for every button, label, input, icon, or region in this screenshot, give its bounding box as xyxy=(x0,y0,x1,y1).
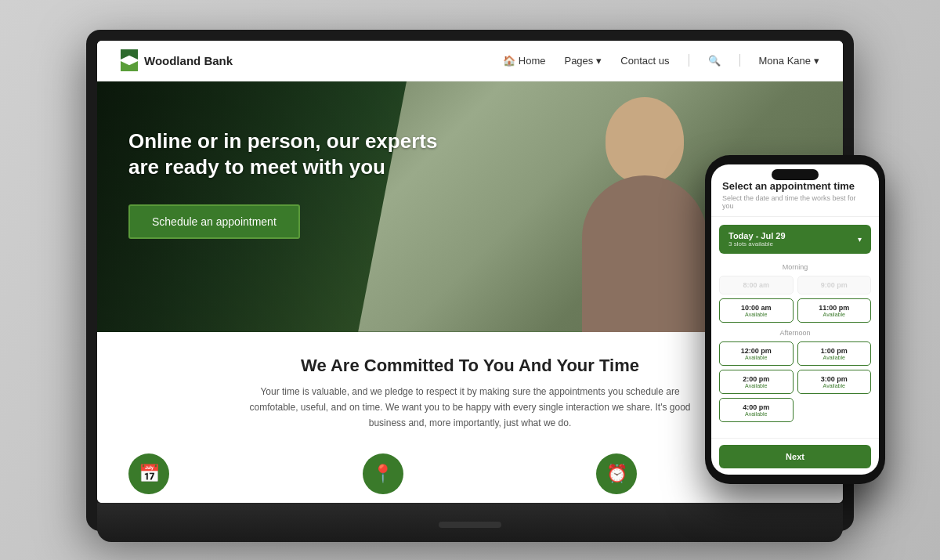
status-12pm: Available xyxy=(726,355,786,360)
time-slot-2pm[interactable]: 2:00 pm Available xyxy=(719,370,794,394)
chevron-down-icon: ▾ xyxy=(596,55,602,67)
nav-links: 🏠 Home Pages ▾ Contact us 🔍 xyxy=(503,54,819,67)
search-button[interactable]: 🔍 xyxy=(708,55,721,67)
branches-icon: 📍 xyxy=(363,453,403,494)
navigation: Woodland Bank 🏠 Home Pages ▾ Contact us xyxy=(97,41,843,81)
logo-icon xyxy=(121,49,138,71)
time-10am: 10:00 am xyxy=(726,304,786,312)
user-menu[interactable]: Mona Kane ▾ xyxy=(759,55,820,67)
feature-branches: 📍 Nearby Branches We make it easy to cho… xyxy=(363,453,578,503)
home-icon: 🏠 xyxy=(503,55,515,67)
time-slot-1pm[interactable]: 1:00 pm Available xyxy=(797,341,872,366)
time-slot-4pm[interactable]: 4:00 pm Available xyxy=(719,398,794,422)
phone-title: Select an appointment time xyxy=(722,180,868,192)
phone-screen: Select an appointment time Select the da… xyxy=(711,164,879,475)
nav-contact[interactable]: Contact us xyxy=(620,55,669,67)
scheduling-icon: 📅 xyxy=(128,453,169,494)
phone-subtitle: Select the date and time the works best … xyxy=(722,194,868,210)
section-text: Your time is valuable, and we pledge to … xyxy=(235,384,705,432)
nav-divider-2 xyxy=(739,54,740,67)
user-name: Mona Kane xyxy=(759,55,812,67)
feature-scheduling: 📅 Stress-Free Scheduling Our online sche… xyxy=(128,453,344,503)
reminders-icon: ⏰ xyxy=(596,453,637,494)
nav-home[interactable]: 🏠 Home xyxy=(503,55,546,67)
date-slots: 3 slots available xyxy=(728,240,786,247)
user-chevron-icon: ▾ xyxy=(814,55,819,67)
morning-label: Morning xyxy=(719,263,871,271)
status-11pm: Available xyxy=(804,312,865,317)
time-3pm: 3:00 pm xyxy=(804,375,865,383)
time-2pm: 2:00 pm xyxy=(726,375,786,383)
laptop-frame: Woodland Bank 🏠 Home Pages ▾ Contact us xyxy=(86,30,854,531)
date-chevron-icon: ▾ xyxy=(858,235,862,244)
date-selector[interactable]: Today - Jul 29 3 slots available ▾ xyxy=(719,225,871,254)
time-slot-12pm[interactable]: 12:00 pm Available xyxy=(719,341,794,366)
afternoon-label: Afternoon xyxy=(719,329,871,337)
date-label: Today - Jul 29 xyxy=(728,231,786,240)
status-2pm: Available xyxy=(726,383,786,388)
time-11pm: 11:00 pm xyxy=(804,304,865,312)
hero-person-image xyxy=(512,81,731,332)
laptop-notch xyxy=(439,522,501,528)
schedule-appointment-button[interactable]: Schedule an appointment xyxy=(128,204,300,239)
time-9pm: 9:00 pm xyxy=(804,281,865,289)
time-slot-8am[interactable]: 8:00 am xyxy=(719,276,794,294)
brand-logo[interactable]: Woodland Bank xyxy=(121,49,233,71)
time-12pm: 12:00 pm xyxy=(726,347,786,355)
time-1pm: 1:00 pm xyxy=(804,347,865,355)
search-icon: 🔍 xyxy=(708,55,721,67)
person-head xyxy=(606,97,684,183)
morning-time-grid: 8:00 am 9:00 pm 10:00 am Available 1 xyxy=(719,276,871,323)
brand-name: Woodland Bank xyxy=(144,54,233,67)
hero-title: Online or in person, our experts are rea… xyxy=(128,128,473,182)
nav-contact-label: Contact us xyxy=(620,55,669,67)
phone-notch xyxy=(772,169,819,180)
time-slot-10am[interactable]: 10:00 am Available xyxy=(719,298,794,323)
time-4pm: 4:00 pm xyxy=(726,403,786,411)
logo-top xyxy=(121,49,138,60)
time-slot-11pm[interactable]: 11:00 pm Available xyxy=(797,298,872,323)
phone-frame: Select an appointment time Select the da… xyxy=(705,155,885,484)
nav-home-label: Home xyxy=(519,55,546,67)
nav-pages-label: Pages xyxy=(564,55,593,67)
laptop-bottom xyxy=(97,503,843,542)
time-slot-9pm[interactable]: 9:00 pm xyxy=(797,276,872,294)
phone-body: Today - Jul 29 3 slots available ▾ Morni… xyxy=(711,217,879,438)
next-button[interactable]: Next xyxy=(719,445,871,468)
phone-footer: Next xyxy=(711,438,879,475)
person-body xyxy=(582,175,707,332)
status-1pm: Available xyxy=(804,355,865,360)
nav-pages[interactable]: Pages ▾ xyxy=(564,55,602,67)
logo-bottom xyxy=(121,61,138,71)
date-info: Today - Jul 29 3 slots available xyxy=(728,231,786,247)
status-3pm: Available xyxy=(804,383,865,388)
status-4pm: Available xyxy=(726,411,786,417)
time-8am: 8:00 am xyxy=(726,281,786,289)
time-slot-3pm[interactable]: 3:00 pm Available xyxy=(797,370,872,394)
afternoon-time-grid: 12:00 pm Available 1:00 pm Available 2:0… xyxy=(719,341,871,422)
status-10am: Available xyxy=(726,312,786,317)
nav-divider xyxy=(689,54,689,67)
hero-content: Online or in person, our experts are rea… xyxy=(97,81,504,287)
